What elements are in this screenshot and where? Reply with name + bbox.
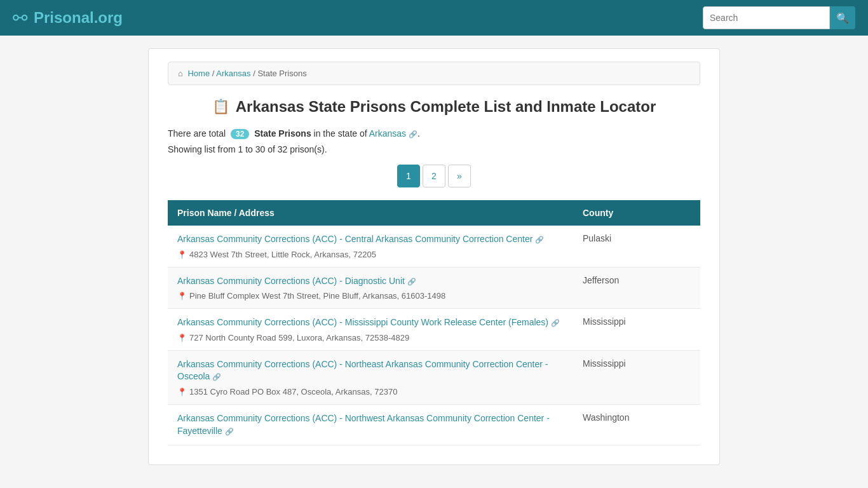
arkansas-state-link[interactable]: Arkansas [369,128,406,139]
site-header: ⚯ Prisonal.org 🔍 [0,0,868,36]
breadcrumb-arkansas[interactable]: Arkansas [216,69,250,78]
location-icon: 📍 [177,334,187,342]
logo-tld: .org [94,9,123,26]
logo-prisonal: Prisonal [34,9,94,26]
prison-name-cell: Arkansas Community Corrections (ACC) - N… [168,350,573,404]
address-text: Pine Bluff Complex West 7th Street, Pine… [189,291,445,301]
main-content: ⌂ Home / Arkansas / State Prisons 📋 Arka… [0,48,868,465]
page-2-button[interactable]: 2 [423,165,445,187]
prison-name-cell: Arkansas Community Corrections (ACC) - D… [168,267,573,309]
county-cell: Mississippi [573,309,700,351]
table-row: Arkansas Community Corrections (ACC) - N… [168,404,700,445]
count-badge: 32 [231,129,249,139]
address-text: 4823 West 7th Street, Little Rock, Arkan… [189,250,376,259]
prison-link-icon: 🔗 [551,319,560,327]
search-button[interactable]: 🔍 [830,6,855,29]
page-next-button[interactable]: » [448,165,471,187]
address-text: 727 North County Road 599, Luxora, Arkan… [189,333,409,342]
search-icon: 🔍 [836,12,849,24]
address-line: 📍1351 Cyro Road PO Box 487, Osceola, Ark… [177,387,564,396]
prison-name-cell: Arkansas Community Corrections (ACC) - C… [168,226,573,267]
breadcrumb: ⌂ Home / Arkansas / State Prisons [168,62,700,85]
logo-icon: ⚯ [13,8,27,29]
prison-link-icon: 🔗 [225,428,234,435]
county-cell: Jefferson [573,267,700,309]
location-icon: 📍 [177,292,187,301]
showing-text: Showing list from 1 to 30 of 32 prison(s… [168,144,700,154]
table-header-row: Prison Name / Address County [168,200,700,226]
page-title: 📋 Arkansas State Prisons Complete List a… [168,98,700,116]
col-prison-name: Prison Name / Address [168,200,573,226]
page-1-button[interactable]: 1 [397,165,420,187]
breadcrumb-home[interactable]: Home [187,69,210,78]
search-input[interactable] [703,6,830,29]
table-row: Arkansas Community Corrections (ACC) - D… [168,267,700,309]
address-line: 📍4823 West 7th Street, Little Rock, Arka… [177,250,564,259]
prison-name-cell: Arkansas Community Corrections (ACC) - N… [168,404,573,445]
county-cell: Washington [573,404,700,445]
prison-name-link[interactable]: Arkansas Community Corrections (ACC) - D… [177,276,405,286]
table-row: Arkansas Community Corrections (ACC) - N… [168,350,700,404]
county-cell: Mississippi [573,350,700,404]
home-icon: ⌂ [178,69,183,78]
content-wrapper: ⌂ Home / Arkansas / State Prisons 📋 Arka… [148,48,720,465]
location-icon: 📍 [177,250,187,259]
pagination: 1 2 » [168,165,700,187]
document-icon: 📋 [212,98,229,115]
prison-link-icon: 🔗 [407,278,416,285]
breadcrumb-current: State Prisons [257,69,306,78]
location-icon: 📍 [177,388,187,396]
col-county: County [573,200,700,226]
address-line: 📍Pine Bluff Complex West 7th Street, Pin… [177,291,564,301]
prison-link-icon: 🔗 [212,373,221,381]
prison-table: Prison Name / Address County Arkansas Co… [168,200,700,445]
prison-link-icon: 🔗 [535,236,544,243]
table-row: Arkansas Community Corrections (ACC) - M… [168,309,700,351]
county-cell: Pulaski [573,226,700,267]
table-row: Arkansas Community Corrections (ACC) - C… [168,226,700,267]
prison-name-cell: Arkansas Community Corrections (ACC) - M… [168,309,573,351]
search-area: 🔍 [703,6,855,29]
summary-text: There are total 32 State Prisons in the … [168,128,700,139]
link-icon: 🔗 [409,130,417,138]
logo-text: Prisonal.org [34,9,123,27]
prison-name-link[interactable]: Arkansas Community Corrections (ACC) - C… [177,234,532,244]
address-line: 📍727 North County Road 599, Luxora, Arka… [177,333,564,342]
address-text: 1351 Cyro Road PO Box 487, Osceola, Arka… [189,387,397,396]
prison-name-link[interactable]: Arkansas Community Corrections (ACC) - M… [177,317,548,327]
prison-name-link[interactable]: Arkansas Community Corrections (ACC) - N… [177,359,548,382]
logo-area: ⚯ Prisonal.org [13,8,123,29]
